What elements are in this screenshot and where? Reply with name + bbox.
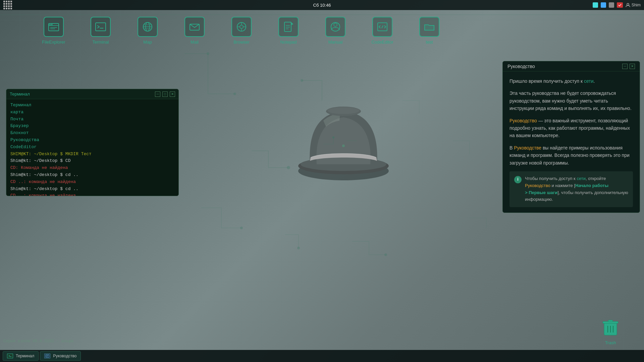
trash-label: Trash [605, 340, 616, 345]
taskbar-manual-label: Руководство [53, 354, 76, 358]
mail-label: Mail [191, 40, 199, 45]
guide-titlebar: Руководство ─ ✕ [503, 61, 640, 71]
topbar: Сб 10:46 Shim [0, 0, 644, 10]
taskbar-item-terminal[interactable]: Терминал [3, 351, 39, 361]
terminal-titlebar: Терминал ─ □ ✕ [6, 89, 178, 99]
topbar-lock-icon [609, 2, 614, 8]
desktop-icon-browser[interactable]: Browser [228, 17, 255, 45]
topbar-status-blue [601, 2, 606, 8]
taskbar-item-manual[interactable]: Руководство [40, 351, 81, 361]
svg-rect-16 [96, 23, 106, 31]
manual-label: Manual [328, 40, 343, 45]
desktop-icon-map[interactable]: Map [134, 17, 161, 45]
browser-icon-box [231, 17, 252, 37]
guide-window-controls: ─ ✕ [622, 64, 635, 69]
term-line-1: карта [10, 109, 174, 116]
topbar-left [3, 1, 12, 9]
taskbar-manual-icon [44, 354, 50, 358]
term-line-9: CD: Команда не найдена [10, 165, 174, 172]
map-icon-box [138, 17, 158, 37]
term-line-5: Руководства [10, 137, 174, 144]
mail-icon-box [184, 17, 205, 37]
manual-icon-box [325, 17, 345, 37]
term-line-12: Shim@kt: ~/desktop $ cd .. [10, 186, 174, 193]
terminal-maximize-button[interactable]: □ [162, 92, 168, 97]
browser-label: Browser [233, 40, 250, 45]
test-icon-box [419, 17, 439, 37]
svg-point-38 [334, 23, 337, 26]
topbar-datetime: Сб 10:46 [313, 3, 331, 8]
desktop-icon-codeeditor[interactable]: CodeEditor [369, 17, 396, 45]
terminal-minimize-button[interactable]: ─ [155, 92, 160, 97]
fileexplorer-label: FileExplorer [42, 40, 65, 45]
notepad-icon-box [278, 17, 299, 37]
term-line-7: SHIM@KT: ~/Desktop $ MKDIR Тест [10, 151, 174, 158]
info-icon: i [514, 176, 522, 183]
taskbar-terminal-label: Терминал [16, 354, 34, 358]
codeeditor-label: CodeEditor [371, 40, 393, 45]
desktop-icon-mail[interactable]: Mail [181, 17, 208, 45]
guide-info-box: i Чтобы получить доступ к сети, откройте… [509, 171, 633, 207]
trash-container[interactable]: Trash [600, 318, 621, 345]
codeeditor-icon-box [372, 17, 392, 37]
terminal-content: Терминал карта Почта Браузер Блокнот Рук… [6, 99, 178, 196]
desktop-icons-bar: FileExplorer Terminal Map [0, 13, 644, 48]
taskbar-terminal-icon [7, 354, 13, 358]
desktop-icon-terminal[interactable]: Terminal [87, 17, 114, 45]
terminal-window-title: Терминал [10, 92, 30, 97]
guide-minimize-button[interactable]: ─ [622, 64, 628, 69]
guide-rukovodstvo-1: Руководство [509, 118, 537, 123]
desktop-icon-fileexplorer[interactable]: FileExplorer [40, 17, 67, 45]
desktop-icon-manual[interactable]: Manual [322, 17, 349, 45]
terminal-icon-box [91, 17, 111, 37]
guide-link-network-1[interactable]: сети [584, 78, 594, 84]
terminal-label: Terminal [92, 40, 109, 45]
term-line-2: Почта [10, 116, 174, 123]
svg-line-44 [382, 25, 383, 28]
topbar-status-green [593, 2, 598, 8]
guide-content: Пришло время получить доступ к сети. Эта… [503, 71, 640, 213]
term-line-8: Shim@kt: ~/Desktop $ CD [10, 158, 174, 165]
guide-para-4: В Руководстве вы найдете примеры использ… [509, 144, 633, 167]
topbar-right: Shim [593, 2, 641, 8]
topbar-user: Shim [626, 3, 641, 7]
svg-point-25 [240, 25, 243, 28]
svg-point-12 [627, 3, 629, 5]
trash-icon-box [600, 318, 621, 338]
guide-rukovodstve-1: Руководстве [514, 145, 541, 150]
guide-para-2: Эта часть руководства не будет сопровожд… [509, 89, 633, 112]
svg-point-37 [331, 22, 340, 31]
app-grid-icon[interactable] [3, 1, 12, 9]
terminal-window-controls: ─ □ ✕ [155, 92, 175, 97]
guide-para-3: Руководство — это важный инструмент, поз… [509, 117, 633, 139]
map-label: Map [143, 40, 152, 45]
guide-link-manual[interactable]: Руководство [525, 183, 550, 188]
svg-rect-57 [608, 320, 613, 322]
guide-window: Руководство ─ ✕ Пришло время получить до… [502, 61, 640, 213]
term-line-13: CD ..: команда не найдена [10, 192, 174, 196]
notepad-label: Notepad [280, 40, 297, 45]
term-line-0: Терминал [10, 102, 174, 109]
guide-close-button[interactable]: ✕ [630, 64, 635, 69]
fileexplorer-icon-box [44, 17, 64, 37]
term-line-4: Блокнот [10, 130, 174, 137]
statusbar: Терминал Руководство [0, 350, 644, 362]
term-line-11: CD ..: команда не найдена [10, 179, 174, 186]
guide-window-title: Руководство [507, 64, 535, 69]
terminal-close-button[interactable]: ✕ [170, 92, 175, 97]
term-line-3: Браузер [10, 123, 174, 130]
terminal-window: Терминал ─ □ ✕ Терминал карта Почта Брау… [6, 89, 179, 196]
svg-rect-62 [46, 355, 49, 357]
test-label: test [426, 40, 433, 45]
term-line-10: Shim@kt: ~/desktop $ cd .. [10, 172, 174, 179]
term-line-6: CodeEditor [10, 144, 174, 151]
desktop-icon-notepad[interactable]: Notepad [275, 17, 302, 45]
version-text: Серый взлом V0.8.5102 - альфа [3, 339, 73, 344]
guide-link-network-2[interactable]: сети [577, 176, 586, 181]
guide-info-text: Чтобы получить доступ к сети, откройте Р… [525, 175, 628, 203]
guide-para-1: Пришло время получить доступ к сети. [509, 77, 633, 85]
desktop-icon-test[interactable]: test [416, 17, 443, 45]
svg-rect-30 [284, 22, 291, 32]
topbar-red-icon [617, 2, 623, 8]
